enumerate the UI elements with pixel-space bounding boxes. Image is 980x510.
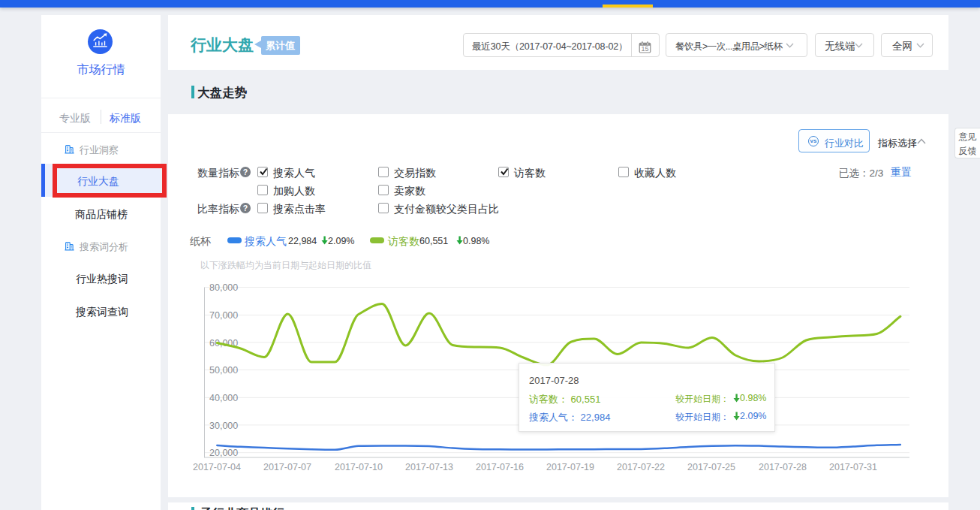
svg-text:2017-07-13: 2017-07-13: [405, 462, 453, 472]
svg-text:2017-07-25: 2017-07-25: [687, 462, 735, 472]
svg-text:40,000: 40,000: [209, 393, 238, 403]
svg-text:2017-07-31: 2017-07-31: [829, 462, 877, 472]
svg-text:15: 15: [642, 45, 649, 53]
svg-text:20,000: 20,000: [209, 448, 238, 458]
svg-text:50,000: 50,000: [209, 365, 238, 376]
svg-text:2017-07-10: 2017-07-10: [335, 462, 383, 472]
svg-text:80,000: 80,000: [209, 282, 238, 293]
svg-text:30,000: 30,000: [209, 421, 238, 431]
svg-text:2017-07-04: 2017-07-04: [193, 462, 241, 472]
svg-text:2017-07-19: 2017-07-19: [546, 462, 594, 472]
svg-text:2017-07-07: 2017-07-07: [263, 462, 311, 472]
svg-text:70,000: 70,000: [209, 310, 238, 321]
svg-text:2017-07-22: 2017-07-22: [617, 462, 665, 472]
svg-text:2017-07-16: 2017-07-16: [476, 462, 524, 472]
svg-text:2017-07-28: 2017-07-28: [759, 462, 807, 472]
